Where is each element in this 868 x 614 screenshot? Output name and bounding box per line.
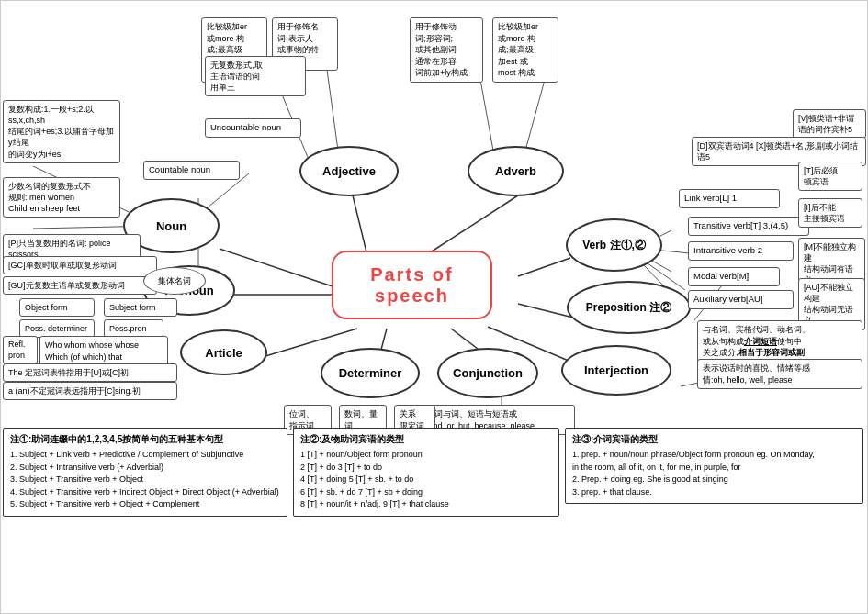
noun-irregular-plural: 少数名词的复数形式不 规则: men women Children sheep … xyxy=(3,177,120,218)
article-label: Article xyxy=(205,346,242,360)
noun-plural-rules: 复数构成:1.一般+s;2.以ss,x,ch,sh 结尾的词+es;3.以辅音字… xyxy=(3,100,120,163)
note2-title: 注②:及物助词宾语的类型 xyxy=(300,433,552,446)
article-def: The 定冠词表特指用于[U]或[C]初 xyxy=(3,363,177,382)
adjective-node: Adjective xyxy=(299,146,399,196)
noun-gu-note: [GU]元复数主语单或复数形动词 xyxy=(3,276,157,295)
verb-label: Verb 注①,② xyxy=(582,238,646,253)
article-node: Article xyxy=(180,329,267,375)
determiner-node: Determiner xyxy=(321,348,420,398)
note1-title: 注①:助词连缀中的1,2,3,4,5按简单句的五种基本句型 xyxy=(10,433,280,446)
svg-line-3 xyxy=(518,258,570,276)
note1-item5: 5. Subject + Transitive verb + Object + … xyxy=(10,498,280,510)
interjection-label: Interjection xyxy=(584,363,648,377)
note3-item1: 1. prep. + noun/noun phrase/Object form … xyxy=(572,449,856,461)
uncountable-top: 无复数形式,取主语谓语的词用单三 xyxy=(205,56,306,96)
note1-item3: 3. Subject + Transitive verb + Object xyxy=(10,474,280,486)
note3-item1b: in the room, all of it, on it, for me, i… xyxy=(572,462,856,474)
note3-title: 注③:介词宾语的类型 xyxy=(572,433,856,446)
conjunction-node: Conjunction xyxy=(437,348,538,398)
note2-item1: 1 [T] + noun/Object form pronoun xyxy=(300,449,552,461)
center-label: Parts of speech xyxy=(333,264,490,307)
note2-item2: 2 [T] + do 3 [T] + to do xyxy=(300,462,552,474)
noun-gc-note: [GC]单数时取单或取复形动词 xyxy=(3,256,157,274)
verb-t-note: [T]后必须顿宾语 xyxy=(798,162,862,191)
noun-collective-label: 集体名词 xyxy=(143,267,206,295)
noun-label: Noun xyxy=(156,219,186,233)
verb-node: Verb 注①,② xyxy=(566,218,662,272)
adverb-comp: 比较级加er或more 构成;最高级加est 或most 构成 xyxy=(492,17,558,83)
determiner-label: Determiner xyxy=(339,366,402,380)
verb-transitive: Transitive verb[T] 3,(4,5) xyxy=(688,217,809,236)
note2-item5: 8 [T] + noun/it + n/adj. 9 [T] + that cl… xyxy=(300,498,552,510)
note3-item2: 2. Prep. + doing eg. She is good at sing… xyxy=(572,474,856,486)
verb-modal: Modal verb[M] xyxy=(688,267,780,286)
countable-noun: Countable noun xyxy=(143,161,240,180)
mind-map-canvas: Parts of speech Noun Adjective Adverb Ve… xyxy=(0,0,868,614)
uncountable-noun: Uncountable noun xyxy=(205,118,301,138)
note-box-1: 注①:助词连缀中的1,2,3,4,5按简单句的五种基本句型 1. Subject… xyxy=(3,428,287,517)
note-box-2: 注②:及物助词宾语的类型 1 [T] + noun/Object form pr… xyxy=(293,428,559,517)
interjection-note: 表示说话时的喜悦、情绪等感 情:oh, hello, well, please xyxy=(697,359,862,389)
interjection-node: Interjection xyxy=(561,345,671,396)
note3-item3: 3. prep. + that clause. xyxy=(572,486,856,498)
pronoun-refl: Refl.pron xyxy=(3,336,38,364)
verb-auxiliary: Auxiliary verb[AU] xyxy=(688,290,794,309)
adverb-use: 用于修饰动词;形容词;或其他副词通常在形容词前加+ly构成 xyxy=(410,17,483,83)
verb-v-note: [V]顿类语+非谓语的词作宾补5 xyxy=(793,109,866,139)
verb-intransitive: Intransitive verb 2 xyxy=(688,241,794,261)
adverb-node: Adverb xyxy=(468,146,564,196)
article-indef: a (an)不定冠词表远指用于[C]sing.初 xyxy=(3,382,177,400)
conjunction-label: Conjunction xyxy=(453,366,523,380)
adjective-label: Adjective xyxy=(322,164,376,178)
note2-item3: 4 [T] + doing 5 [T] + sb. + to do xyxy=(300,474,552,486)
note1-item1: 1. Subject + Link verb + Predictive / Co… xyxy=(10,449,280,461)
verb-i-note: [I]后不能主接顿宾语 xyxy=(798,198,862,228)
adverb-label: Adverb xyxy=(495,164,536,178)
note-box-3: 注③:介词宾语的类型 1. prep. + noun/noun phrase/O… xyxy=(565,428,863,504)
note1-item2: 2. Subject + Intransitive verb (+ Adverb… xyxy=(10,462,280,474)
center-node: Parts of speech xyxy=(332,251,492,319)
pronoun-subj-form: Subject form xyxy=(104,298,177,317)
note1-item4: 4. Subject + Transitive verb + Indirect … xyxy=(10,486,280,498)
verb-link: Link verb[L] 1 xyxy=(679,189,780,208)
pronoun-who: Who whom whose whoseWhich (of which) tha… xyxy=(39,336,168,366)
pronoun-obj-form: Object form xyxy=(19,298,95,317)
preposition-label: Preposition 注② xyxy=(586,300,671,316)
preposition-node: Preposition 注② xyxy=(567,281,691,334)
note2-item4: 6 [T] + sb. + do 7 [T] + sb + doing xyxy=(300,486,552,498)
